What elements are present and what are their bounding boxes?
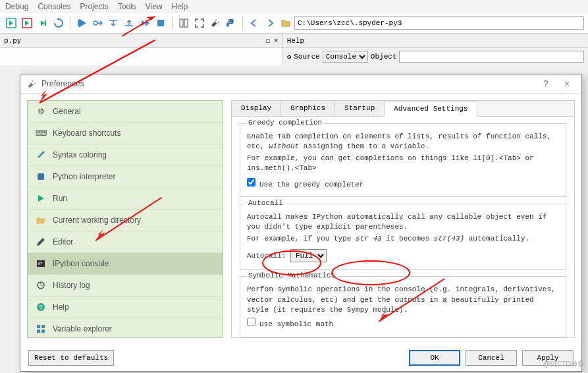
svg-rect-5 bbox=[184, 19, 188, 27]
sidebar-item-label: General bbox=[53, 107, 81, 116]
wrench-icon[interactable] bbox=[208, 16, 223, 30]
sidebar-item-label: Editor bbox=[53, 237, 73, 246]
sidebar-item-editor[interactable]: Editor bbox=[28, 231, 223, 253]
maximize-icon[interactable] bbox=[192, 16, 207, 30]
keyboard-icon: ⌨ bbox=[36, 128, 46, 138]
sidebar-item-label: History log bbox=[53, 281, 90, 290]
debug-step-icon[interactable] bbox=[90, 16, 105, 30]
cancel-button[interactable]: Cancel bbox=[466, 350, 517, 366]
pencil-icon bbox=[36, 237, 46, 247]
reset-button[interactable]: Reset to defaults bbox=[28, 350, 114, 366]
eyedropper-icon bbox=[36, 150, 46, 160]
folder-icon[interactable] bbox=[279, 16, 293, 30]
sidebar-item-label: Python interpreter bbox=[53, 172, 115, 181]
sidebar-item-history[interactable]: History log bbox=[28, 275, 223, 297]
tab-startup[interactable]: Startup bbox=[335, 101, 385, 116]
object-label: Object bbox=[371, 53, 397, 61]
file-tab[interactable]: p.py bbox=[4, 37, 21, 45]
help-icon[interactable]: ? bbox=[538, 78, 554, 89]
tab-display[interactable]: Display bbox=[232, 101, 281, 116]
sidebar-item-label: Keyboard shortcuts bbox=[53, 129, 120, 138]
sidebar-item-ipython[interactable]: IPIPython console bbox=[28, 253, 223, 275]
debug-into-icon[interactable] bbox=[106, 16, 120, 30]
sidebar-item-cwd[interactable]: Current working directory bbox=[28, 210, 223, 231]
menu-consoles[interactable]: Consoles bbox=[38, 2, 70, 11]
preferences-sidebar: ⚙General ⌨Keyboard shortcuts Syntax colo… bbox=[27, 100, 223, 338]
wrench-icon bbox=[27, 79, 36, 88]
right-pane-header: Help bbox=[282, 34, 588, 48]
debug-out-icon[interactable] bbox=[122, 16, 136, 30]
svg-rect-16 bbox=[41, 330, 45, 333]
autocall-select[interactable]: Full bbox=[290, 249, 327, 262]
debug-continue-icon[interactable] bbox=[138, 16, 152, 30]
menu-view[interactable]: View bbox=[146, 2, 163, 11]
svg-rect-13 bbox=[37, 325, 40, 328]
python-icon[interactable] bbox=[224, 16, 238, 30]
sidebar-item-help[interactable]: ?Help bbox=[28, 297, 223, 318]
gear-icon[interactable]: ⚙ bbox=[287, 53, 292, 61]
help-sub-toolbar: ⚙ Source Console Object bbox=[282, 48, 588, 65]
dialog-titlebar: Preferences ? × bbox=[20, 74, 581, 94]
sidebar-item-variable[interactable]: Variable explorer bbox=[28, 318, 223, 338]
group-title: Greedy completion bbox=[246, 119, 325, 127]
sidebar-item-keyboard[interactable]: ⌨Keyboard shortcuts bbox=[28, 123, 223, 144]
sidebar-item-label: Run bbox=[53, 194, 67, 203]
dialog-footer: Reset to defaults OK Cancel Apply bbox=[20, 345, 581, 371]
tabs: Display Graphics Startup Advanced Settin… bbox=[232, 101, 574, 117]
run-cell-advance-icon[interactable] bbox=[20, 16, 34, 30]
menu-tools[interactable]: Tools bbox=[118, 2, 136, 11]
sidebar-item-syntax[interactable]: Syntax coloring bbox=[28, 144, 223, 166]
sidebar-item-label: Current working directory bbox=[53, 215, 141, 225]
svg-rect-7 bbox=[38, 173, 44, 180]
object-input[interactable] bbox=[399, 51, 584, 63]
sidebar-item-label: IPython console bbox=[53, 259, 109, 268]
question-icon: ? bbox=[36, 302, 46, 312]
dialog-title: Preferences bbox=[41, 79, 84, 88]
python-icon bbox=[36, 171, 46, 182]
run-cell-icon[interactable] bbox=[4, 16, 18, 30]
tab-advanced[interactable]: Advanced Settings bbox=[385, 101, 477, 117]
restart-icon[interactable] bbox=[51, 16, 66, 30]
svg-text:?: ? bbox=[40, 304, 43, 310]
play-icon bbox=[36, 193, 46, 204]
sidebar-item-python[interactable]: Python interpreter bbox=[28, 166, 223, 188]
source-select[interactable]: Console bbox=[323, 51, 368, 63]
tab-graphics[interactable]: Graphics bbox=[281, 101, 335, 116]
group-title: Symbolic Mathematics bbox=[246, 272, 338, 279]
preferences-dialog: Preferences ? × ⚙General ⌨Keyboard short… bbox=[20, 74, 582, 372]
run-again-icon[interactable] bbox=[36, 16, 50, 30]
menu-projects[interactable]: Projects bbox=[80, 2, 108, 11]
sidebar-item-run[interactable]: Run bbox=[28, 188, 223, 210]
layout-icon[interactable] bbox=[176, 16, 191, 30]
debug-first-icon[interactable] bbox=[74, 16, 89, 30]
pane-close-icon[interactable]: × bbox=[274, 37, 279, 45]
sidebar-item-label: Help bbox=[53, 302, 69, 312]
svg-rect-3 bbox=[157, 20, 164, 26]
watermark: @51CTO博客 bbox=[543, 360, 584, 369]
path-input[interactable] bbox=[294, 16, 584, 30]
group-symbolic: Symbolic Mathematics Perfom symbolic ope… bbox=[240, 276, 566, 337]
sidebar-item-general[interactable]: ⚙General bbox=[28, 101, 223, 123]
ok-button[interactable]: OK bbox=[409, 350, 460, 366]
menu-debug[interactable]: Debug bbox=[5, 2, 28, 11]
main-toolbar bbox=[0, 13, 588, 34]
svg-point-2 bbox=[94, 21, 97, 25]
close-icon[interactable]: × bbox=[559, 78, 575, 89]
greedy-checkbox-label: Use the greedy completer bbox=[259, 181, 363, 188]
symbolic-checkbox[interactable] bbox=[247, 318, 255, 326]
svg-text:IP: IP bbox=[38, 262, 42, 266]
sidebar-item-label: Variable explorer bbox=[53, 324, 112, 333]
pane-dock-icon[interactable]: ☐ bbox=[265, 36, 270, 45]
grid-icon bbox=[36, 324, 46, 334]
autocall-label: Autocall: bbox=[247, 252, 290, 260]
nav-back-icon[interactable] bbox=[247, 16, 261, 30]
gear-icon: ⚙ bbox=[36, 106, 46, 117]
left-pane-header: p.py ☐ × bbox=[0, 34, 282, 48]
group-autocall: Autocall Autocall makes IPython automati… bbox=[240, 204, 566, 270]
debug-stop-icon[interactable] bbox=[153, 16, 168, 30]
greedy-checkbox[interactable] bbox=[247, 178, 255, 186]
menu-help[interactable]: Help bbox=[172, 2, 188, 11]
svg-point-6 bbox=[228, 20, 230, 21]
help-tab: Help bbox=[287, 37, 304, 45]
nav-fwd-icon[interactable] bbox=[263, 16, 277, 30]
